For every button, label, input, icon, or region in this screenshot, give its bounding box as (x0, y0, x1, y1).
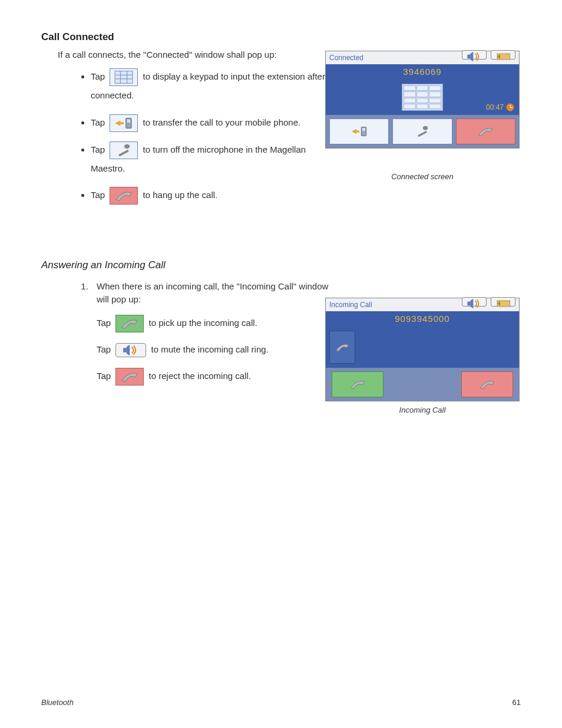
clock-icon (506, 103, 514, 111)
bullet-text: to transfer the call to your mobile phon… (143, 117, 301, 127)
reject-button[interactable] (461, 371, 513, 397)
reject-icon (115, 368, 144, 386)
hangup-icon (110, 187, 138, 205)
tap-label: Tap (91, 144, 105, 154)
microphone-icon (110, 141, 138, 159)
line-text: to pick up the incoming call. (149, 318, 257, 328)
transfer-icon (110, 114, 138, 132)
tap-label: Tap (91, 117, 105, 127)
handset-icon (329, 331, 355, 364)
speaker-button[interactable] (462, 297, 487, 307)
bullet-hangup: Tap to hang up the call. (91, 186, 338, 205)
step-text: When there is an incoming call, the "Inc… (97, 281, 328, 305)
back-button[interactable] (491, 297, 515, 307)
line-text: to mute the incoming call ring. (151, 344, 269, 354)
intro-text: If a call connects, the "Connected" wind… (58, 48, 311, 62)
bullet-mute-mic: Tap to turn off the microphone in the Ma… (91, 140, 338, 178)
keypad-icon (110, 68, 138, 86)
page-number: 61 (513, 697, 521, 709)
call-timer: 00:47 (486, 102, 514, 113)
tap-label: Tap (97, 318, 111, 328)
transfer-button[interactable] (329, 118, 389, 144)
bullet-text: to hang up the call. (143, 190, 218, 200)
tap-label: Tap (91, 190, 105, 200)
speaker-button[interactable] (462, 50, 487, 60)
footer-section: Bluetooth (41, 697, 74, 709)
bullet-transfer: Tap to transfer the call to your mobile … (91, 113, 338, 132)
window-title: Incoming Call (329, 299, 372, 310)
screenshot-caption: Connected screen (325, 171, 520, 183)
tap-label: Tap (91, 71, 105, 81)
step-1: When there is an incoming call, the "Inc… (91, 280, 338, 386)
section-heading-call-connected: Call Connected (41, 29, 521, 45)
incoming-screenshot: Incoming Call 9093945000 (325, 298, 520, 401)
mute-mic-button[interactable] (392, 118, 452, 144)
screenshot-caption: Incoming Call (325, 404, 520, 416)
connected-screenshot: Connected 3946069 00:47 (325, 51, 520, 149)
answer-button[interactable] (332, 371, 384, 397)
pickup-icon (115, 315, 144, 332)
tap-label: Tap (97, 344, 111, 354)
line-mute-ring: Tap to mute the incoming call ring. (97, 343, 338, 357)
tap-label: Tap (97, 371, 111, 381)
bullet-keypad: Tap to display a keypad to input the ext… (91, 67, 338, 105)
back-button[interactable] (491, 50, 515, 60)
mute-ring-icon (115, 343, 146, 357)
hangup-button[interactable] (456, 118, 515, 144)
keypad-preview-icon (402, 84, 443, 111)
dialed-number: 3946069 (326, 64, 519, 80)
section-heading-incoming: Answering an Incoming Call (41, 258, 521, 273)
window-title: Connected (329, 52, 363, 63)
caller-number: 9093945000 (326, 311, 519, 327)
line-reject: Tap to reject the incoming call. (97, 368, 338, 386)
line-pickup: Tap to pick up the incoming call. (97, 315, 338, 332)
line-text: to reject the incoming call. (149, 371, 251, 381)
